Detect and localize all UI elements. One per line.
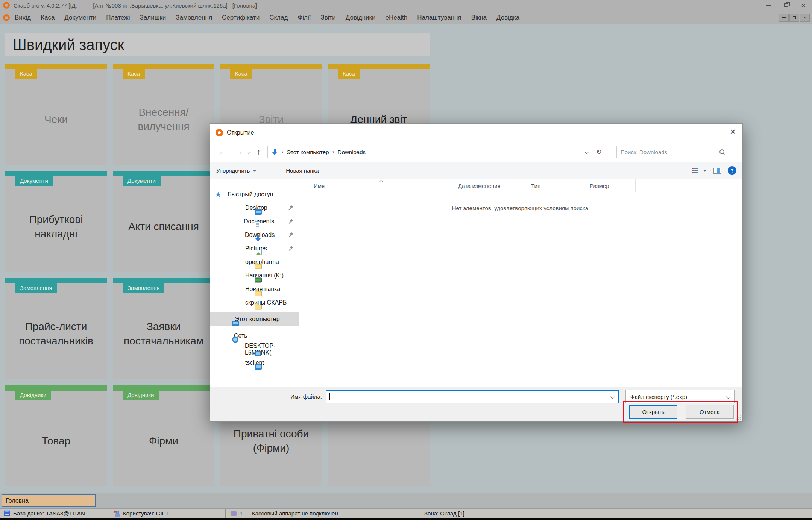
sidebar-item-openpharma[interactable]: openpharma — [210, 255, 299, 269]
breadcrumb-downloads[interactable]: Downloads — [338, 149, 366, 155]
tile-cheky[interactable]: Каса Чеки — [5, 64, 107, 165]
minimize-icon — [766, 5, 771, 6]
address-bar[interactable]: › Этот компьютер › Downloads ↻ — [267, 146, 605, 158]
sidebar-item-downloads[interactable]: Downloads — [210, 228, 299, 242]
preview-pane-icon[interactable] — [713, 168, 721, 174]
sidebar-item-documents[interactable]: Documents — [210, 215, 299, 228]
tile-label: Фірми — [117, 399, 211, 482]
sidebar-item-new-folder[interactable]: Новая папка — [210, 282, 299, 296]
column-header-type[interactable]: Тип — [527, 179, 586, 192]
new-folder-button[interactable]: Новая папка — [286, 167, 319, 174]
filename-input[interactable] — [326, 390, 619, 403]
close-button[interactable]: × — [795, 0, 812, 11]
mdi-close-button[interactable]: × — [800, 14, 810, 22]
picture-icon — [255, 250, 262, 255]
column-header-date[interactable]: Дата изменения — [454, 179, 527, 192]
menu-item-kasa[interactable]: Каса — [36, 14, 59, 21]
sidebar-item-quick-access[interactable]: ★ Быстрый доступ — [210, 188, 299, 201]
dialog-close-button[interactable]: × — [730, 127, 736, 136]
dialog-logo-icon — [216, 129, 223, 136]
sidebar-item-pictures[interactable]: Pictures — [210, 242, 299, 255]
sidebar-item-skriny-skarb[interactable]: скрины СКАРБ — [210, 296, 299, 309]
menu-item-dovidka[interactable]: Довідка — [492, 14, 524, 21]
tile-prybutkovi-nakladni[interactable]: Документи Прибуткові накладні — [5, 171, 107, 272]
help-icon[interactable]: ? — [728, 166, 736, 175]
tile-bar — [328, 64, 430, 69]
tile-tovar[interactable]: Довідники Товар — [5, 385, 107, 486]
restore-button[interactable] — [777, 0, 795, 11]
dialog-titlebar: Открытие × — [210, 124, 742, 142]
menu-item-sertyfikaty[interactable]: Сертифікати — [217, 14, 264, 21]
forward-button[interactable]: → — [235, 148, 243, 156]
open-button[interactable]: Открыть — [629, 405, 677, 419]
menu-item-zalyshky[interactable]: Залишки — [135, 14, 171, 21]
search-input[interactable]: Поиск: Downloads — [616, 146, 729, 158]
tile-bar — [5, 64, 107, 69]
text-caret — [329, 393, 330, 400]
back-button[interactable]: ← — [219, 148, 227, 156]
menu-item-filii[interactable]: Філії — [293, 14, 316, 21]
sidebar-label: Новая папка — [245, 286, 280, 293]
refresh-button[interactable]: ↻ — [593, 146, 605, 158]
menu-item-zamovlennia[interactable]: Замовлення — [171, 14, 217, 21]
status-zone-label: Зона: Склад [1] — [424, 510, 464, 517]
user-status-dot — [114, 511, 116, 513]
status-bar: База даних: TASA3@TITAN Користувач: GIFT… — [0, 508, 812, 518]
tab-holovna[interactable]: Головна — [2, 494, 96, 507]
sidebar-item-tsclient[interactable]: tsclient — [210, 356, 299, 370]
menu-item-sklad[interactable]: Склад — [264, 14, 293, 21]
filetype-chevron-icon — [726, 394, 730, 399]
filetype-select[interactable]: Файл експорту (*.exp) — [625, 390, 735, 403]
tile-label: Чеки — [9, 78, 103, 161]
column-header-size[interactable]: Размер — [586, 179, 636, 192]
menu-item-nalashtuvannia[interactable]: Налаштування — [412, 14, 466, 21]
menu-item-zvity[interactable]: Звіти — [316, 14, 340, 21]
menu-item-vikna[interactable]: Вікна — [466, 14, 492, 21]
mdi-restore-button[interactable] — [789, 14, 799, 22]
cancel-button[interactable]: Отмена — [686, 405, 734, 419]
menu-item-platezhi[interactable]: Платежі — [101, 14, 135, 21]
filename-dropdown-chevron-icon[interactable] — [610, 394, 614, 399]
tile-akty-spysannia[interactable]: Документи Акти списання — [113, 171, 214, 272]
tile-zaiavky[interactable]: Замовлення Заявки постачальникам — [113, 278, 214, 379]
recent-locations-chevron-icon[interactable] — [247, 150, 250, 154]
downloads-folder-icon — [271, 149, 278, 155]
status-user: Користувач: GIFT — [110, 509, 226, 518]
up-button[interactable]: ↑ — [257, 148, 261, 156]
tile-vnesennia[interactable]: Каса Внесення/вилучення — [113, 64, 214, 165]
status-connections: 1 — [226, 509, 248, 518]
tile-firmy[interactable]: Довідники Фірми — [113, 385, 214, 486]
column-label: Размер — [590, 183, 609, 189]
menu-item-dokumenty[interactable]: Документи — [59, 14, 101, 21]
sidebar-item-navchannia-drive[interactable]: Навчання (K:) — [210, 269, 299, 282]
search-icon — [719, 149, 725, 155]
breadcrumb-this-pc[interactable]: Этот компьютер — [287, 149, 329, 155]
sidebar-item-network[interactable]: Сеть — [210, 329, 299, 343]
menu-item-vykhid[interactable]: Вихід — [10, 14, 36, 21]
list-view-icon[interactable] — [692, 168, 698, 173]
tile-prais-lysty[interactable]: Замовлення Прайс-листи постачальників — [5, 278, 107, 379]
star-icon: ★ — [215, 191, 222, 198]
download-arrow-icon — [255, 235, 261, 242]
computer-icon — [232, 321, 239, 326]
tile-label: Акти списання — [117, 185, 211, 268]
organize-button[interactable]: Упорядочить — [216, 167, 250, 174]
sidebar-item-desktop[interactable]: Desktop — [210, 201, 299, 215]
sidebar-item-this-pc[interactable]: Этот компьютер — [210, 312, 299, 326]
monitor-icon — [255, 209, 262, 215]
sidebar-label: openpharma — [245, 259, 279, 265]
mdi-minimize-button[interactable] — [779, 14, 789, 22]
view-dropdown-icon[interactable] — [703, 170, 707, 172]
address-dropdown-chevron-icon[interactable] — [584, 150, 589, 154]
pin-icon — [288, 205, 293, 211]
menu-item-ehealth[interactable]: eHealth — [381, 14, 413, 21]
status-database-label: База даних: TASA3@TITAN — [13, 510, 85, 517]
tile-bar — [113, 64, 214, 69]
minimize-button[interactable] — [760, 0, 777, 11]
tile-bar — [113, 385, 214, 391]
sidebar-label: DESKTOP-L5MDNK( — [245, 343, 299, 356]
menu-item-dovidnyky[interactable]: Довідники — [341, 14, 381, 21]
tile-bar — [5, 278, 107, 283]
column-header-name[interactable]: Имя — [299, 179, 454, 192]
sidebar-item-desktop-l5mdnk[interactable]: DESKTOP-L5MDNK( — [210, 343, 299, 356]
